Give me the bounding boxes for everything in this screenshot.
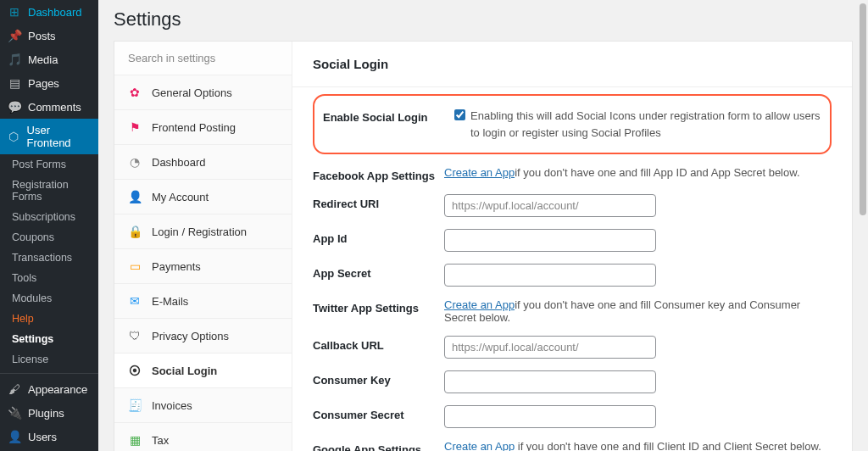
submenu-subscriptions[interactable]: Subscriptions	[0, 207, 98, 227]
facebook-create-link[interactable]: Create an App	[444, 166, 515, 179]
consumer-key-input[interactable]	[444, 370, 656, 393]
submenu-tools[interactable]: Tools	[0, 268, 98, 288]
callback-url-input[interactable]	[444, 336, 656, 359]
flag-icon: ⚑	[128, 120, 142, 134]
scrollbar-thumb[interactable]	[860, 3, 866, 215]
mail-icon: ✉	[128, 294, 142, 308]
page-icon: ▤	[7, 76, 22, 90]
gear-icon: ✿	[128, 86, 142, 99]
app-id-input[interactable]	[444, 229, 656, 252]
consumer-secret-label: Consumer Secret	[313, 405, 444, 421]
submenu-settings[interactable]: Settings	[0, 329, 98, 349]
tab-payments[interactable]: ▭Payments	[114, 249, 292, 284]
tab-privacy[interactable]: 🛡Privacy Options	[114, 319, 292, 354]
settings-container: Search in settings ✿General Options ⚑Fro…	[114, 41, 853, 451]
page-title: Settings	[114, 8, 853, 31]
tab-tax[interactable]: ▦Tax	[114, 423, 292, 451]
dashboard-icon: ⊞	[7, 5, 22, 19]
main-content: Settings Search in settings ✿General Opt…	[98, 0, 868, 451]
menu-comments[interactable]: 💬Comments	[0, 95, 98, 119]
brush-icon: 🖌	[7, 382, 22, 396]
share-icon: ⦿	[128, 364, 142, 377]
tax-icon: ▦	[128, 433, 142, 447]
panel-heading: Social Login	[292, 42, 852, 87]
person-icon: 👤	[128, 190, 142, 203]
comment-icon: 💬	[7, 100, 22, 114]
plug-icon: 🔌	[7, 406, 22, 420]
tab-invoices[interactable]: 🧾Invoices	[114, 388, 292, 423]
menu-media[interactable]: 🎵Media	[0, 47, 98, 71]
menu-user-frontend[interactable]: ⬡User Frontend	[0, 119, 98, 154]
consumer-key-label: Consumer Key	[313, 370, 444, 387]
enable-highlight: Enable Social Login Enabling this will a…	[313, 94, 832, 154]
submenu-help[interactable]: Help	[0, 309, 98, 329]
submenu-transactions[interactable]: Transactions	[0, 248, 98, 268]
tab-general[interactable]: ✿General Options	[114, 75, 292, 110]
menu-pages[interactable]: ▤Pages	[0, 71, 98, 95]
tab-dashboard[interactable]: ◔Dashboard	[114, 145, 292, 180]
panel-body: Enable Social Login Enabling this will a…	[292, 87, 852, 451]
submenu-license[interactable]: License	[0, 349, 98, 370]
tab-login-reg[interactable]: 🔒Login / Registration	[114, 214, 292, 249]
tab-my-account[interactable]: 👤My Account	[114, 180, 292, 214]
app-id-label: App Id	[313, 229, 444, 245]
settings-panel: Social Login Enable Social Login Enablin…	[292, 42, 852, 451]
enable-label: Enable Social Login	[323, 108, 454, 124]
enable-desc: Enabling this will add Social Icons unde…	[470, 108, 821, 141]
settings-tabs: Search in settings ✿General Options ⚑Fro…	[114, 42, 292, 451]
google-label: Google App Settings	[313, 440, 444, 451]
submenu-coupons[interactable]: Coupons	[0, 227, 98, 248]
twitter-label: Twitter App Settings	[313, 298, 444, 315]
card-icon: ▭	[128, 259, 142, 273]
redirect-uri-label: Redirect URI	[313, 194, 444, 210]
user-frontend-icon: ⬡	[7, 130, 21, 143]
wp-admin-sidebar: ⊞Dashboard 📌Posts 🎵Media ▤Pages 💬Comment…	[0, 0, 98, 451]
submenu-modules[interactable]: Modules	[0, 288, 98, 309]
google-create-link[interactable]: Create an App	[444, 440, 515, 451]
menu-posts[interactable]: 📌Posts	[0, 24, 98, 47]
user-icon: 👤	[7, 430, 22, 443]
enable-checkbox[interactable]	[454, 109, 465, 120]
app-secret-label: App Secret	[313, 264, 444, 280]
tab-emails[interactable]: ✉E-Mails	[114, 284, 292, 319]
menu-appearance[interactable]: 🖌Appearance	[0, 377, 98, 401]
redirect-uri-input[interactable]	[444, 194, 656, 217]
callback-url-label: Callback URL	[313, 336, 444, 352]
media-icon: 🎵	[7, 53, 22, 66]
shield-icon: 🛡	[128, 329, 142, 342]
app-secret-input[interactable]	[444, 264, 656, 287]
tab-social-login[interactable]: ⦿Social Login	[114, 354, 292, 388]
facebook-label: Facebook App Settings	[313, 166, 444, 182]
menu-dashboard[interactable]: ⊞Dashboard	[0, 0, 98, 24]
submenu-reg-forms[interactable]: Registration Forms	[0, 175, 98, 207]
menu-users[interactable]: 👤Users	[0, 425, 98, 448]
page-scrollbar[interactable]	[860, 0, 866, 451]
menu-plugins[interactable]: 🔌Plugins	[0, 401, 98, 425]
settings-search[interactable]: Search in settings	[114, 42, 292, 75]
consumer-secret-input[interactable]	[444, 405, 656, 428]
pin-icon: 📌	[7, 29, 22, 42]
tab-frontend-posting[interactable]: ⚑Frontend Posting	[114, 110, 292, 145]
submenu-post-forms[interactable]: Post Forms	[0, 154, 98, 175]
enable-checkbox-wrap[interactable]: Enabling this will add Social Icons unde…	[454, 108, 821, 141]
invoice-icon: 🧾	[128, 398, 142, 412]
twitter-create-link[interactable]: Create an App	[444, 298, 515, 311]
gauge-icon: ◔	[128, 155, 142, 169]
lock-icon: 🔒	[128, 225, 142, 238]
